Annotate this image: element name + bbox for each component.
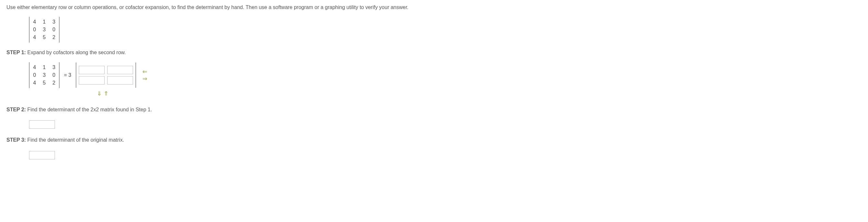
- step1-header: STEP 1: Expand by cofactors along the se…: [6, 49, 862, 56]
- matrix-cell: 0: [32, 26, 37, 34]
- matrix-cell: 0: [32, 71, 37, 79]
- step1-matrix: 4 1 3 0 3 0 4 5 2: [29, 62, 59, 88]
- arrow-right-icon[interactable]: ⇒: [143, 76, 147, 82]
- arrow-up-icon[interactable]: ⇑: [104, 91, 108, 96]
- step3-header: STEP 3: Find the determinant of the orig…: [6, 136, 862, 144]
- step1-label: STEP 1:: [6, 50, 26, 55]
- matrix-cell: 3: [42, 71, 47, 79]
- cofactor-input-r2c2[interactable]: [107, 76, 133, 85]
- matrix-cell: 4: [32, 34, 37, 41]
- step3-label: STEP 3:: [6, 137, 26, 142]
- horizontal-arrows: ⇐ ⇒: [143, 69, 147, 82]
- cofactor-matrix-input: [76, 63, 136, 88]
- question-text: Use either elementary row or column oper…: [6, 4, 862, 11]
- step1-equation: 4 1 3 0 3 0 4 5 2 = 3 ⇐ ⇒: [29, 62, 862, 88]
- equals-3: = 3: [64, 72, 71, 79]
- step2-answer-input[interactable]: [29, 120, 55, 129]
- cofactor-input-r1c1[interactable]: [79, 66, 104, 74]
- matrix-cell: 3: [51, 18, 57, 26]
- given-matrix: 4 1 3 0 3 0 4 5 2: [29, 17, 59, 42]
- matrix-cell: 5: [42, 79, 47, 87]
- arrow-left-icon[interactable]: ⇐: [143, 69, 147, 74]
- matrix-cell: 2: [51, 34, 57, 41]
- matrix-cell: 2: [51, 79, 57, 87]
- arrow-down-icon[interactable]: ⇓: [97, 91, 102, 96]
- matrix-cell: 0: [51, 71, 57, 79]
- matrix-cell: 1: [42, 64, 47, 71]
- cofactor-input-r2c1[interactable]: [79, 76, 104, 85]
- cofactor-input-r1c2[interactable]: [107, 66, 133, 74]
- matrix-cell: 1: [42, 18, 47, 26]
- matrix-cell: 3: [51, 64, 57, 71]
- matrix-cell: 4: [32, 79, 37, 87]
- step2-header: STEP 2: Find the determinant of the 2x2 …: [6, 106, 862, 113]
- matrix-cell: 4: [32, 64, 37, 71]
- matrix-cell: 0: [51, 26, 57, 34]
- step3-answer-input[interactable]: [29, 151, 55, 159]
- step3-text: Find the determinant of the original mat…: [26, 137, 124, 142]
- matrix-cell: 5: [42, 34, 47, 41]
- matrix-cell: 3: [42, 26, 47, 34]
- step1-text: Expand by cofactors along the second row…: [26, 50, 126, 55]
- step2-text: Find the determinant of the 2x2 matrix f…: [26, 107, 152, 112]
- matrix-cell: 4: [32, 18, 37, 26]
- given-matrix-block: 4 1 3 0 3 0 4 5 2: [29, 17, 862, 42]
- vertical-arrows: ⇓ ⇑: [97, 91, 862, 96]
- step2-label: STEP 2:: [6, 107, 26, 112]
